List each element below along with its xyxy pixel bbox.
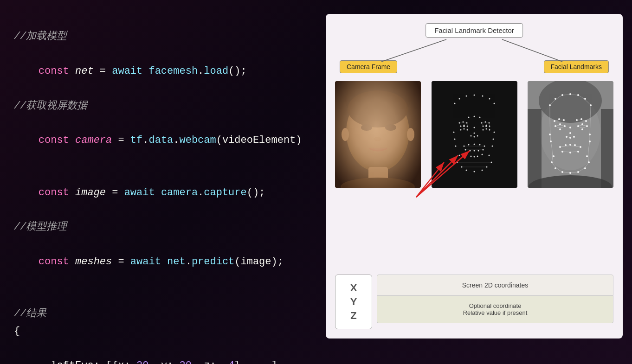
code-line-4: const meshes = await net.predict(image); [14,236,329,288]
svg-point-27 [460,129,461,131]
svg-point-39 [473,127,475,128]
comment-load-model: //加载模型 [14,28,329,45]
svg-point-78 [485,125,487,127]
svg-rect-11 [368,167,388,188]
kw-const-1: const [39,65,75,77]
svg-point-18 [489,98,490,100]
fn-load: load [204,65,228,77]
svg-point-10 [407,128,414,141]
svg-point-6 [361,124,372,131]
xyz-y-label: Y [350,296,357,308]
svg-point-126 [565,144,567,146]
coord-2d-box: Screen 2D coordinates [377,275,613,296]
kw-const-4: const [39,256,75,268]
svg-point-116 [569,127,571,128]
face-landmark-svg [528,81,613,188]
svg-point-68 [465,170,467,171]
svg-rect-2 [335,81,421,188]
svg-point-51 [468,144,469,146]
svg-point-49 [491,146,493,147]
face-mesh-container [432,81,517,188]
var-camera: camera [75,134,112,146]
fn-camera: camera [161,187,198,198]
fn-data: data [148,134,173,146]
svg-point-60 [465,154,467,155]
face-photo-container [335,81,421,188]
svg-point-31 [484,121,486,123]
svg-point-16 [482,96,483,97]
bottom-section: X Y Z Screen 2D coordinates Optional coo… [335,275,613,329]
coord-optional-line2: Relative value if present [463,309,528,316]
xyz-x-label: X [350,282,357,294]
svg-line-0 [381,39,446,62]
code-blank [14,288,329,305]
fn-facemesh: facemesh [148,65,198,77]
svg-point-40 [473,133,475,134]
svg-point-61 [470,156,471,157]
svg-point-46 [455,146,456,147]
comment-get-frame: //获取视屏数据 [14,97,329,115]
svg-point-3 [346,93,409,172]
svg-point-65 [458,155,460,156]
svg-point-9 [342,128,349,141]
fn-net: net [167,256,186,268]
svg-point-109 [559,123,561,125]
code-line-3: const image = await camera.capture(); [14,166,329,218]
svg-point-141 [586,155,588,157]
svg-point-37 [485,128,487,130]
svg-point-8 [374,137,381,141]
face-photo-svg [335,81,421,188]
svg-point-115 [581,128,583,130]
svg-point-118 [566,136,568,138]
svg-rect-93 [601,109,613,188]
face-landmarks [528,81,613,188]
svg-point-43 [477,135,478,137]
svg-point-57 [473,150,475,152]
svg-point-48 [492,139,494,140]
facial-landmarks-box: Facial Landmarks [544,60,609,73]
svg-point-120 [573,136,575,138]
svg-point-127 [569,144,571,146]
xyz-box: X Y Z [335,275,372,329]
svg-point-17 [458,98,460,100]
svg-point-63 [477,156,478,157]
svg-point-15 [465,96,467,97]
result-key-lefteye: leftEye [51,360,93,364]
comment-predict: //模型推理 [14,218,329,236]
images-row [335,81,613,188]
svg-point-14 [473,95,475,96]
svg-point-20 [493,103,495,104]
svg-point-45 [454,139,455,140]
svg-point-42 [473,136,475,138]
svg-point-111 [559,128,561,130]
svg-point-28 [463,128,464,130]
xyz-z-label: Z [350,310,356,322]
svg-point-128 [574,144,576,146]
diagram-panel: Facial Landmark Detector Camera Frame Fa… [326,14,623,338]
var-net: net [75,65,94,77]
svg-point-19 [454,103,455,104]
svg-point-35 [489,126,490,127]
svg-point-121 [549,134,551,135]
face-landmark-container [528,81,613,188]
svg-point-22 [462,121,464,123]
detector-box: Facial Landmark Detector [426,23,523,38]
svg-point-77 [463,125,465,127]
kw-await-1: await [112,65,148,77]
svg-point-41 [470,135,471,137]
var-image: image [75,187,106,198]
svg-point-70 [481,170,483,171]
svg-point-44 [453,132,454,133]
svg-point-69 [473,171,475,172]
camera-frame-box: Camera Frame [340,60,397,73]
coord-optional-box: Optional coordinate Relative value if pr… [377,296,613,323]
fn-tf: tf [130,134,142,146]
svg-point-36 [482,129,484,131]
kw-const-3: const [39,187,75,198]
svg-point-119 [569,137,571,139]
svg-point-56 [469,150,471,152]
svg-point-113 [581,123,583,125]
var-meshes: meshes [75,256,112,268]
svg-point-53 [479,144,480,146]
svg-point-133 [553,155,555,157]
